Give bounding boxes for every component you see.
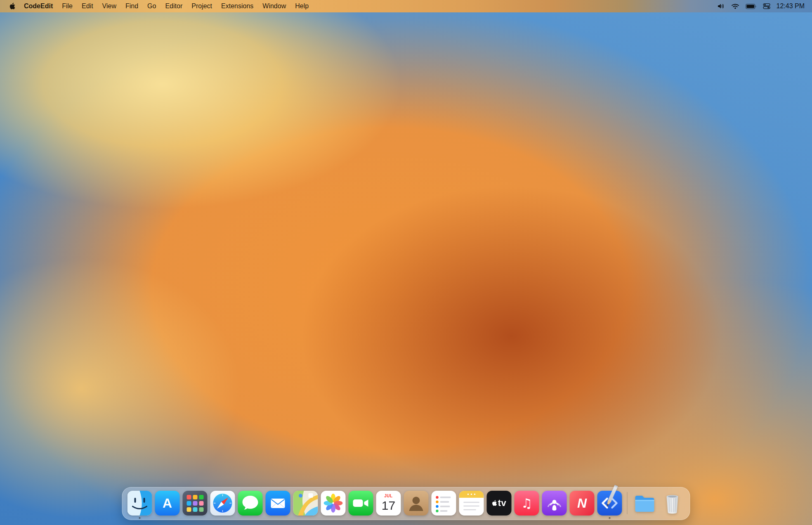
running-indicator	[609, 517, 611, 519]
menu-go[interactable]: Go	[143, 0, 161, 12]
music-note-glyph: ♫	[521, 497, 533, 510]
apple-logo-icon	[9, 2, 15, 10]
desktop-wallpaper	[0, 0, 812, 525]
calendar-month: JUL	[384, 494, 392, 498]
dock-notes-icon[interactable]	[459, 491, 484, 516]
wifi-icon[interactable]	[731, 3, 739, 9]
dock-launchpad-icon[interactable]	[183, 491, 208, 516]
menu-edit[interactable]: Edit	[77, 0, 98, 12]
dock-finder-icon[interactable]	[127, 491, 152, 516]
menu-extensions[interactable]: Extensions	[217, 0, 258, 12]
menu-find[interactable]: Find	[121, 0, 143, 12]
menu-help[interactable]: Help	[290, 0, 313, 12]
menu-bar: CodeEdit File Edit View Find Go Editor P…	[0, 0, 812, 12]
menu-bar-clock[interactable]: 12:43 PM	[777, 2, 805, 10]
dock-maps-icon[interactable]	[293, 491, 318, 516]
dock-contacts-icon[interactable]	[404, 491, 429, 516]
dock-calendar-icon[interactable]: JUL 17	[376, 491, 401, 516]
menu-project[interactable]: Project	[187, 0, 217, 12]
tv-label: tv	[498, 498, 507, 508]
menu-bar-status-area: 12:43 PM	[717, 0, 812, 12]
dock-downloads-folder-icon[interactable]	[633, 491, 657, 516]
dock-mail-icon[interactable]	[266, 491, 290, 516]
running-indicator	[139, 517, 141, 519]
volume-icon[interactable]	[717, 3, 725, 9]
dock-tv-icon[interactable]: tv	[487, 491, 512, 516]
battery-icon[interactable]	[746, 4, 757, 9]
calendar-day: 17	[382, 499, 395, 512]
dock-facetime-icon[interactable]	[349, 491, 373, 516]
dock-music-icon[interactable]: ♫	[515, 491, 539, 516]
dock-app-store-icon[interactable]: A	[155, 491, 180, 516]
dock-reminders-icon[interactable]	[432, 491, 456, 516]
control-center-icon[interactable]	[763, 3, 770, 9]
menu-window[interactable]: Window	[258, 0, 290, 12]
dock-codeedit-icon[interactable]	[597, 491, 622, 516]
app-menu-codeedit[interactable]: CodeEdit	[19, 0, 57, 12]
dock-safari-icon[interactable]	[210, 491, 235, 516]
apple-menu[interactable]	[6, 0, 19, 12]
menu-bar-left: CodeEdit File Edit View Find Go Editor P…	[0, 0, 313, 12]
dock-messages-icon[interactable]	[238, 491, 263, 516]
tv-apple-logo-icon	[492, 500, 497, 506]
dock-separator	[627, 492, 628, 514]
dock: A	[122, 487, 690, 520]
dock-news-icon[interactable]: N	[570, 491, 595, 516]
menu-file[interactable]: File	[57, 0, 77, 12]
dock-trash-icon[interactable]	[660, 491, 685, 516]
news-letter: N	[577, 496, 587, 511]
dock-photos-icon[interactable]	[321, 491, 346, 516]
menu-editor[interactable]: Editor	[161, 0, 187, 12]
dock-podcasts-icon[interactable]	[542, 491, 567, 516]
app-store-letter: A	[155, 491, 180, 516]
menu-view[interactable]: View	[98, 0, 121, 12]
